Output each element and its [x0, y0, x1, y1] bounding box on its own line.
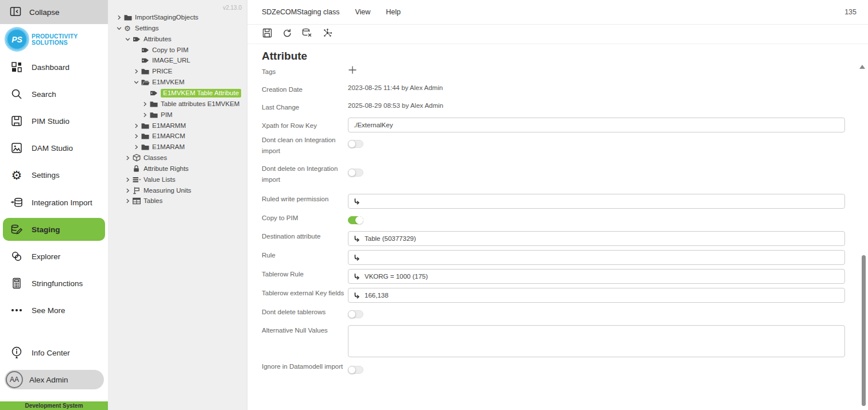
staging-tree-panel: v2.13.0 ImportStagingObjects⚙SettingsAtt…	[108, 0, 247, 410]
field-label-dont-delete-tablerows: Dont delete tablerows	[262, 307, 351, 318]
app-logo: PS PRODUCTIVITY SOLUTIONS	[6, 29, 78, 50]
chevron-down-icon[interactable]	[117, 26, 124, 31]
sidebar-item-explorer[interactable]: Explorer	[0, 245, 108, 268]
field-label-dont-delete-on-integration-import: Dont delete on Integration import	[262, 163, 351, 185]
toggle-knob	[348, 140, 356, 148]
sidebar-item-see-more[interactable]: See More	[0, 299, 108, 322]
tree-item-settings[interactable]: ⚙Settings	[117, 23, 159, 33]
chevron-right-icon[interactable]	[125, 155, 133, 161]
scrollbar-up-arrow[interactable]	[859, 65, 865, 69]
tree-item-value-lists[interactable]: Value Lists	[125, 174, 175, 185]
chevron-down-icon[interactable]	[125, 37, 133, 42]
distribute-button[interactable]	[320, 27, 335, 42]
tree-item-e1marcm[interactable]: E1MARCM	[134, 131, 185, 141]
tablerow-external-key-fields-reference-input[interactable]: 166,138	[348, 288, 845, 303]
xpath-for-row-key-input[interactable]	[348, 118, 844, 132]
dont-delete-tablerows-toggle[interactable]	[348, 310, 363, 318]
add-tag-button[interactable]	[346, 65, 359, 77]
tag-icon	[141, 57, 150, 64]
sidebar-item-pim-studio[interactable]: PIM Studio	[0, 110, 108, 132]
chevron-right-icon[interactable]	[117, 15, 124, 20]
tree-item-classes[interactable]: Classes	[125, 153, 167, 163]
dashboard-icon	[10, 61, 24, 73]
ignore-in-datamodell-import-toggle[interactable]	[348, 366, 363, 374]
tree-item-tables[interactable]: Tables	[125, 196, 162, 206]
chevron-right-icon[interactable]	[142, 112, 150, 118]
tablerow-rule-reference-input[interactable]: VKORG = 1000 (175)	[348, 269, 845, 284]
save-button[interactable]	[259, 27, 274, 42]
sidebar: Collapse PS PRODUCTIVITY SOLUTIONS Dashb…	[0, 0, 108, 410]
tree-item-image-url[interactable]: IMAGE_URL	[134, 55, 190, 65]
tree-item-e1mvkem[interactable]: E1MVKEM	[134, 77, 184, 87]
tree-item-label: Tables	[144, 197, 162, 204]
field-label-xpath-for-row-key: Xpath for Row Key	[262, 120, 351, 131]
chevron-right-icon[interactable]	[134, 123, 141, 128]
toolbar	[247, 25, 868, 44]
menu-help[interactable]: Help	[386, 8, 401, 16]
sidebar-item-dam-studio[interactable]: DAM Studio	[0, 136, 108, 159]
rule-reference-input[interactable]	[348, 250, 845, 265]
tree-item-measuring-units[interactable]: Measuring Units	[125, 185, 191, 196]
tree-item-copy-to-pim[interactable]: Copy to PIM	[134, 45, 188, 55]
sidebar-item-search[interactable]: Search	[0, 83, 108, 106]
toggle-knob	[355, 216, 363, 224]
destination-attribute-value: Table (50377329)	[365, 235, 416, 242]
chevron-right-icon[interactable]	[125, 188, 133, 193]
tablerow-external-key-fields-value: 166,138	[365, 292, 389, 299]
tree-item-label: IMAGE_URL	[152, 57, 190, 64]
collapse-button[interactable]: Collapse	[0, 0, 108, 24]
sidebar-item-stringfunctions[interactable]: Stringfunctions	[0, 272, 108, 295]
collapse-panel-icon	[10, 6, 21, 19]
tree-item-table-attributes-e1mvkem[interactable]: Table attributes E1MVKEM	[142, 99, 239, 109]
user-menu[interactable]: AA Alex Admin	[5, 370, 104, 389]
field-value-creation-date: 2023-08-25 11:44 by Alex Admin	[348, 84, 443, 91]
chevron-right-icon[interactable]	[134, 69, 141, 74]
menu-view[interactable]: View	[355, 8, 370, 16]
sidebar-item-dashboard[interactable]: Dashboard	[0, 56, 108, 79]
sidebar-item-label: See More	[32, 306, 65, 315]
sidebar-item-integration-import[interactable]: Integration Import	[0, 191, 108, 214]
chevron-down-icon[interactable]	[134, 80, 141, 85]
field-label-ignore-in-datamodell-import: Ignore in Datamodell import	[262, 361, 351, 372]
chevron-right-icon[interactable]	[125, 177, 133, 182]
tree-item-pim[interactable]: PIM	[142, 110, 172, 120]
dont-delete-on-integration-import-toggle[interactable]	[348, 169, 363, 177]
alternative-null-values-textarea[interactable]	[348, 325, 845, 357]
sidebar-item-settings[interactable]: ⚙Settings	[0, 163, 108, 186]
cube-icon	[133, 154, 142, 162]
tree-item-label: E1MARCM	[152, 132, 185, 139]
database-remove-button[interactable]	[300, 27, 315, 42]
scrollbar-thumb[interactable]	[862, 255, 866, 406]
chevron-right-icon[interactable]	[134, 145, 141, 150]
tag-icon	[141, 46, 150, 54]
destination-attribute-reference-input[interactable]: Table (50377329)	[348, 231, 845, 246]
refresh-button[interactable]	[280, 27, 294, 42]
tree-item-label: E1MARMM	[152, 122, 186, 129]
tree-item-attributes[interactable]: Attributes	[125, 34, 172, 44]
logo-line2: SOLUTIONS	[32, 40, 78, 46]
ruled-write-permission-reference-input[interactable]	[348, 194, 845, 209]
sidebar-item-staging[interactable]: Staging	[3, 218, 105, 241]
chevron-right-icon[interactable]	[134, 134, 141, 139]
tree-item-label: E1MARAM	[152, 143, 185, 150]
search-icon	[10, 88, 24, 100]
tree-item-e1marmm[interactable]: E1MARMM	[134, 120, 186, 131]
tree-item-price[interactable]: PRICE	[134, 66, 172, 76]
sidebar-item-label: PIM Studio	[32, 117, 69, 126]
sidebar-item-label: Staging	[32, 225, 60, 234]
copy-to-pim-toggle[interactable]	[348, 216, 363, 224]
tree-item-importstagingobjects[interactable]: ImportStagingObjects	[117, 12, 199, 22]
chevron-right-icon[interactable]	[125, 198, 133, 204]
tree-item-attribute-rights[interactable]: Attribute Rights	[125, 163, 189, 174]
distribute-icon	[323, 28, 332, 40]
tree-item-label: E1MVKEM	[152, 79, 184, 85]
tablerow-rule-value: VKORG = 1000 (175)	[365, 273, 428, 280]
tree-item-e1mvkem-table-attribute[interactable]: E1MVKEM Table Attribute	[142, 88, 241, 98]
chevron-right-icon[interactable]	[142, 101, 150, 107]
tree-item-label: Copy to PIM	[152, 46, 188, 53]
tree-item-e1maram[interactable]: E1MARAM	[134, 142, 185, 152]
menu-staging-class[interactable]: SDZeCOMStaging class	[262, 8, 339, 16]
sidebar-item-info-center[interactable]: Info Center	[0, 341, 108, 364]
table-icon	[133, 197, 142, 205]
dont-clean-on-integration-import-toggle[interactable]	[348, 140, 363, 148]
